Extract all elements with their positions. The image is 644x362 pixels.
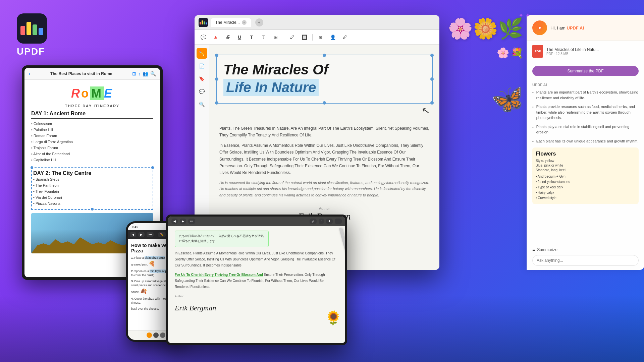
shape-icon[interactable]: 🔺 — [211, 33, 220, 42]
list-item: Via dei Coronari — [33, 194, 151, 200]
pdf-tab[interactable]: The Miracle... × — [211, 18, 251, 27]
body-paragraph1: Plants, The Green Treasures In Nature, A… — [219, 125, 429, 139]
flowers-section: Flowers Style: yellow Blue, pink or whit… — [532, 147, 639, 204]
handle-bl[interactable] — [215, 101, 218, 105]
phone-tool-menu[interactable]: ••• — [147, 232, 154, 237]
ai-name: UPDF AI — [567, 25, 584, 31]
ipad-tool-download[interactable]: ⬇ — [326, 219, 333, 224]
ipad-device: ◀ ▶ ••• 🖊 ↑ ⬇ ⋮ たちの日常の存在において、自然の驚くべき不思議な… — [166, 215, 347, 345]
list-item: The Pantheon — [33, 182, 151, 188]
day2-list: Spanish Steps The Pantheon Trevi Fountai… — [33, 176, 151, 206]
flowers-header: Flowers — [536, 151, 635, 157]
flowers-notes: • Androecium + Gyn • fused-yellow stamen… — [536, 174, 635, 201]
svg-point-1 — [539, 27, 541, 29]
logo-waves — [20, 22, 43, 35]
ipad-tool-pen[interactable]: 🖊 — [310, 219, 317, 224]
ipad-tool-back[interactable]: ◀ — [171, 219, 178, 224]
handle-tr[interactable] — [430, 54, 434, 57]
dashed-selection: DAY 2: The City Centre Spanish Steps The… — [31, 167, 153, 210]
ai-header: ✦ ✦ Hi, I am UPDF AI — [527, 15, 644, 41]
tablet-back-button[interactable]: ‹ — [29, 71, 30, 77]
highlight-icon[interactable]: 🖊 — [287, 33, 297, 42]
strikethrough-icon[interactable]: S̶ — [223, 33, 232, 42]
ai-point-4: Each plant has its own unique appearance… — [532, 138, 639, 144]
phone-tool-draw[interactable]: ✏️ — [158, 232, 166, 237]
doc-ref-name: The Miracles of Life in Natu... — [546, 47, 639, 52]
rome-letters: RoME — [71, 86, 113, 100]
summarize-pdf-button[interactable]: Summarize the PDF — [532, 66, 639, 76]
list-item: Altar of the Fatherland — [31, 151, 153, 157]
sidebar-tool-search[interactable]: 🔍 — [197, 99, 207, 110]
tablet-icons: ⊞ ↑ 👥 🔍 — [132, 71, 156, 76]
sel-handle[interactable] — [151, 166, 154, 169]
ipad-tool-menu[interactable]: ••• — [188, 219, 195, 224]
sel-handle[interactable] — [31, 166, 33, 169]
tablet-search-icon[interactable]: 🔍 — [150, 71, 156, 76]
handle-br[interactable] — [430, 101, 434, 105]
ask-input[interactable] — [532, 255, 639, 266]
ai-point-1: Plants are an important part of Earth's … — [532, 89, 639, 101]
tab-name: The Miracle... — [215, 20, 240, 25]
handle-ml[interactable] — [215, 77, 218, 81]
ipad-tool-more[interactable]: ⋮ — [335, 219, 342, 224]
doc-title-line2: Life In Nature — [223, 79, 319, 96]
cursor-arrow: ↖ — [421, 104, 430, 116]
handle-bm[interactable] — [323, 101, 326, 105]
ai-doc-reference: PDF The Miracles of Life in Natu... PDF … — [527, 41, 644, 62]
ipad-main-text-1: In Essence, Plants Assume A Momentous Ro… — [175, 250, 338, 268]
tool-dot-3[interactable] — [160, 333, 165, 338]
sel-handle[interactable] — [91, 208, 94, 210]
ipad-screen: ◀ ▶ ••• 🖊 ↑ ⬇ ⋮ たちの日常の存在において、自然の驚くべき不思議な… — [168, 217, 345, 343]
doc-pdf-icon: PDF — [532, 45, 543, 58]
new-tab-button[interactable]: + — [255, 18, 263, 26]
stamp-icon[interactable]: 🔲 — [300, 33, 309, 42]
underline-icon[interactable]: U — [235, 33, 244, 42]
ipad-tool-share[interactable]: ↑ — [319, 219, 324, 224]
logo-icon — [17, 13, 47, 44]
ipad-toolbar: ◀ ▶ ••• 🖊 ↑ ⬇ ⋮ — [168, 217, 345, 226]
phone-tool-forward[interactable]: ▶ — [138, 232, 145, 237]
sign-icon[interactable]: 🖊 — [340, 33, 350, 42]
text-box-icon[interactable]: 𝕋 — [259, 33, 268, 42]
flowers-decoration: 🌸💐 — [497, 47, 523, 59]
tab-close-button[interactable]: × — [242, 20, 247, 25]
ai-avatar — [532, 20, 547, 35]
comment-icon[interactable]: 💬 — [199, 33, 208, 42]
handle-tl[interactable] — [215, 54, 218, 57]
sidebar-tool-pages[interactable]: 📄 — [197, 61, 207, 71]
sidebar-tool-edit[interactable]: ✏️ — [197, 48, 207, 59]
target-icon[interactable]: ⊕ — [316, 33, 325, 42]
pdf-body-text-area: Plants, The Green Treasures In Nature, A… — [219, 125, 429, 222]
style-blue: Blue, pink or white — [536, 164, 635, 167]
ipad-author-label: Author — [175, 295, 184, 298]
ipad-author-name: Erik Bergman — [175, 302, 338, 314]
tablet-people-icon[interactable]: 👥 — [143, 71, 148, 76]
sidebar-tool-comments[interactable]: 💬 — [197, 86, 207, 97]
updf-logo-small — [199, 18, 208, 27]
tablet-grid-icon[interactable]: ⊞ — [132, 71, 136, 76]
wave3 — [33, 24, 37, 35]
pdf-toolbar: 💬 🔺 S̶ U T 𝕋 ⊞ 🖊 🔲 ⊕ 👤 🖊 — [195, 30, 439, 45]
user-icon[interactable]: 👤 — [328, 33, 337, 42]
ipad-content: たちの日常の存在において、自然の驚くべき不思議な色が活気に満ちた刺激を提供します… — [168, 226, 345, 333]
tool-dot-2[interactable] — [153, 333, 159, 338]
handle-tm[interactable] — [323, 54, 326, 57]
text-icon[interactable]: T — [247, 33, 256, 42]
list-item: Spanish Steps — [33, 176, 151, 182]
tablet-share-icon[interactable]: ↑ — [138, 71, 141, 76]
doc-title-line1: The Miracles Of — [223, 62, 425, 77]
tool-dot-1[interactable] — [147, 333, 152, 338]
list-item: Palatine Hill — [31, 127, 153, 133]
ipad-tool-forward[interactable]: ▶ — [180, 219, 186, 224]
table-icon[interactable]: ⊞ — [271, 33, 280, 42]
butterfly-decoration: 🦋 — [489, 81, 528, 118]
ai-point-3: Plants play a crucial role in stabilizin… — [532, 124, 639, 135]
ai-point-2: Plants provide resources such as food, m… — [532, 104, 639, 121]
toolbar-divider1 — [284, 34, 284, 41]
selection-area: DAY 2: The City Centre Spanish Steps The… — [31, 167, 153, 210]
app-logo: UPDF — [17, 13, 47, 57]
sidebar-tool-bookmark[interactable]: 🔖 — [197, 73, 207, 84]
phone-tool-back[interactable]: ◀ — [130, 232, 136, 237]
handle-mr[interactable] — [430, 77, 434, 81]
day2-header: DAY 2: The City Centre — [33, 170, 151, 176]
